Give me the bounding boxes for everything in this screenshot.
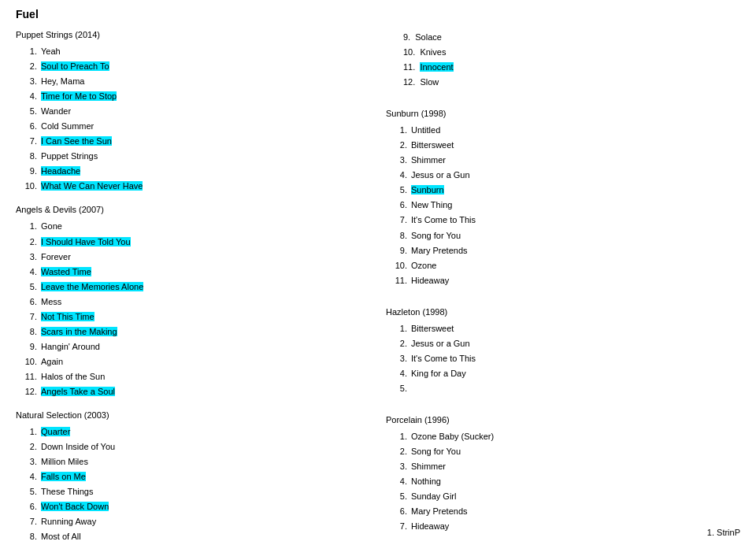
list-item: Halos of the Sun <box>39 369 370 384</box>
list-item: Nothing <box>410 474 740 489</box>
list-item: Falls on Me <box>39 469 370 484</box>
list-item: Untitled <box>410 123 740 138</box>
list-item <box>410 381 740 396</box>
left-main: Puppet Strings (2014)YeahSoul to Preach … <box>16 30 378 545</box>
album-section: Puppet Strings (2014)YeahSoul to Preach … <box>16 30 370 194</box>
list-item: Not This Time <box>39 310 370 324</box>
track-list: QuarterDown Inside of YouMillion MilesFa… <box>39 425 370 545</box>
list-item: Running Away <box>39 514 370 529</box>
album-title: Puppet Strings (2014) <box>16 30 370 39</box>
list-item: Mess <box>39 295 370 310</box>
list-item: Leave the Memories Alone <box>39 280 370 295</box>
list-item: 12. Slow <box>402 75 740 90</box>
list-item: What We Can Never Have <box>39 179 370 194</box>
list-item: Forever <box>39 250 370 265</box>
right-main: 9. Solace10. Knives11. Innocent12. SlowS… <box>378 30 740 545</box>
list-item: Headache <box>39 164 370 179</box>
list-item: Sunburn <box>410 183 740 198</box>
list-item: 11. Innocent <box>402 60 740 75</box>
list-item: Shimmer <box>410 459 740 474</box>
list-item: Bittersweet <box>410 138 740 153</box>
track-list: Ozone Baby (Sucker)Song for YouShimmerNo… <box>410 429 740 534</box>
list-item: Song for You <box>410 444 740 459</box>
album-title: Natural Selection (2003) <box>16 410 370 420</box>
list-item: Jesus or a Gun <box>410 336 740 351</box>
list-item: Mary Pretends <box>410 243 740 258</box>
album-section: Natural Selection (2003)QuarterDown Insi… <box>16 410 370 545</box>
list-item: It's Come to This <box>410 351 740 366</box>
list-item: Mary Pretends <box>410 504 740 519</box>
album-section: Sunburn (1998)UntitledBittersweetShimmer… <box>386 101 740 288</box>
list-item: Hideaway <box>410 273 740 288</box>
list-item: Hangin' Around <box>39 339 370 354</box>
list-item: Hideaway <box>410 519 740 534</box>
album-title: Porcelain (1996) <box>386 415 740 425</box>
list-item: Wander <box>39 104 370 119</box>
track-list: UntitledBittersweetShimmerJesus or a Gun… <box>410 123 740 288</box>
list-item: Song for You <box>410 228 740 243</box>
list-item: Sunday Girl <box>410 489 740 504</box>
list-item: 10. Knives <box>402 45 740 60</box>
artist-title: Fuel <box>16 8 370 20</box>
list-item: Wasted Time <box>39 265 370 280</box>
list-item: Ozone <box>410 258 740 273</box>
list-item: 9. Solace <box>402 30 740 45</box>
list-item: Million Miles <box>39 454 370 469</box>
list-item: Won't Back Down <box>39 499 370 514</box>
list-item: Shimmer <box>410 153 740 168</box>
list-item: Soul to Preach To <box>39 59 370 74</box>
album-section: Angels & Devils (2007)GoneI Should Have … <box>16 205 370 399</box>
left-column: Fuel <box>16 8 378 30</box>
list-item: Yeah <box>39 44 370 59</box>
list-item: Time for Me to Stop <box>39 89 370 104</box>
list-item: Gone <box>39 219 370 234</box>
list-item: Bittersweet <box>410 321 740 336</box>
list-item: I Should Have Told You <box>39 235 370 250</box>
right-column <box>378 8 740 30</box>
track-list: YeahSoul to Preach ToHey, MamaTime for M… <box>39 44 370 194</box>
list-item: These Things <box>39 484 370 499</box>
album-section: Hazleton (1998)BittersweetJesus or a Gun… <box>386 299 740 396</box>
list-item: New Thing <box>410 198 740 213</box>
list-item: King for a Day <box>410 366 740 381</box>
list-item: Cold Summer <box>39 119 370 134</box>
album-title: Hazleton (1998) <box>386 307 740 317</box>
list-item: Angels Take a Soul <box>39 384 370 399</box>
list-item: Puppet Strings <box>39 149 370 164</box>
list-item: Hey, Mama <box>39 74 370 89</box>
list-item: Jesus or a Gun <box>410 168 740 183</box>
album-title: Sunburn (1998) <box>386 109 740 118</box>
album-title: Angels & Devils (2007) <box>16 205 370 214</box>
list-item: Scars in the Making <box>39 324 370 339</box>
album-section: 9. Solace10. Knives11. Innocent12. Slow <box>386 30 740 90</box>
track-list: BittersweetJesus or a GunIt's Come to Th… <box>410 321 740 396</box>
list-item: Most of All <box>39 529 370 544</box>
list-item: Again <box>39 354 370 369</box>
list-item: It's Come to This <box>410 213 740 228</box>
track-list: GoneI Should Have Told YouForeverWasted … <box>39 219 370 399</box>
bottom-note: 1. StrinP <box>707 528 740 537</box>
list-item: Down Inside of You <box>39 439 370 454</box>
list-item: I Can See the Sun <box>39 134 370 149</box>
list-item: Quarter <box>39 425 370 439</box>
list-item: Ozone Baby (Sucker) <box>410 429 740 444</box>
album-section: Porcelain (1996)Ozone Baby (Sucker)Song … <box>386 407 740 534</box>
